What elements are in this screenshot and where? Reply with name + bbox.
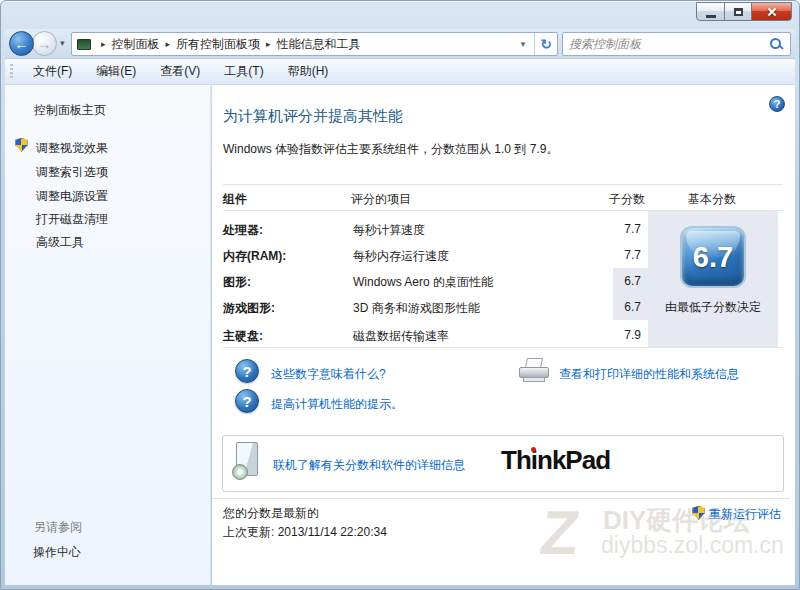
menu-bar: 文件(F) 编辑(E) 查看(V) 工具(T) 帮助(H) (5, 59, 795, 85)
row-rated-item: 每秒内存运行速度 (353, 248, 449, 265)
base-score-badge: 6.7 (680, 226, 746, 288)
search-icon[interactable] (769, 37, 784, 52)
address-dropdown-icon[interactable]: ▼ (512, 40, 534, 49)
forward-arrow-icon: → (38, 36, 52, 52)
link-view-print-details[interactable]: 查看和打印详细的性能和系统信息 (559, 366, 739, 383)
question-icon[interactable]: ? (235, 389, 259, 413)
link-what-numbers-mean[interactable]: 这些数字意味着什么? (271, 366, 386, 383)
page-title: 为计算机评分并提高其性能 (223, 107, 403, 126)
breadcrumb-separator-icon: ▸ (95, 39, 112, 49)
column-header-subscore: 子分数 (609, 191, 645, 208)
link-improve-performance-tips[interactable]: 提高计算机性能的提示。 (271, 396, 403, 413)
close-icon (766, 6, 778, 18)
back-button[interactable]: ← (9, 31, 34, 56)
row-subscore: 7.9 (597, 328, 641, 342)
sidebar-item-adjust-visual-effects[interactable]: 调整视觉效果 (36, 140, 108, 157)
row-component: 图形: (223, 274, 251, 291)
base-score-note: 由最低子分数决定 (663, 299, 763, 316)
divider (212, 498, 790, 499)
software-box-icon (232, 442, 260, 482)
score-status: 您的分数是最新的 (223, 505, 319, 522)
row-component: 处理器: (223, 222, 263, 239)
sidebar (5, 85, 211, 585)
sidebar-item-adjust-indexing-options[interactable]: 调整索引选项 (36, 164, 108, 181)
divider (223, 184, 783, 185)
row-subscore: 6.7 (597, 300, 641, 314)
breadcrumb-all-items[interactable]: 所有控制面板项 (176, 36, 260, 53)
row-rated-item: Windows Aero 的桌面性能 (353, 274, 493, 291)
printer-icon (519, 358, 549, 384)
sidebar-item-open-disk-cleanup[interactable]: 打开磁盘清理 (36, 211, 108, 228)
base-score-value: 6.7 (693, 241, 733, 274)
see-also-header: 另请参阅 (34, 519, 82, 536)
breadcrumb-separator-icon: ▸ (160, 39, 177, 49)
navigation-bar: ← → ▾ ▸ 控制面板 ▸ 所有控制面板项 ▸ 性能信息和工具 ▼ ↻ 搜索控… (5, 29, 795, 59)
column-header-rated-item: 评分的项目 (351, 191, 411, 208)
location-icon (77, 39, 91, 50)
thinkpad-logo: ThinkPad (501, 445, 610, 476)
forward-button[interactable]: → (32, 31, 57, 56)
row-rated-item: 磁盘数据传输速率 (353, 328, 449, 345)
column-header-component: 组件 (223, 191, 247, 208)
column-header-base-score: 基本分数 (688, 191, 736, 208)
row-subscore: 6.7 (597, 274, 641, 288)
menu-view[interactable]: 查看(V) (148, 60, 212, 83)
breadcrumb-separator-icon: ▸ (260, 39, 277, 49)
breadcrumb-control-panel[interactable]: 控制面板 (112, 36, 160, 53)
close-button[interactable] (751, 2, 792, 21)
row-component: 主硬盘: (223, 328, 263, 345)
maximize-button[interactable] (724, 2, 752, 21)
divider (223, 347, 783, 348)
page-description: Windows 体验指数评估主要系统组件，分数范围从 1.0 到 7.9。 (223, 141, 558, 158)
search-placeholder: 搜索控制面板 (569, 36, 769, 53)
refresh-button[interactable]: ↻ (535, 36, 557, 52)
minimize-icon (706, 15, 716, 18)
search-input[interactable]: 搜索控制面板 (562, 32, 791, 56)
sidebar-item-control-panel-home[interactable]: 控制面板主页 (34, 102, 106, 119)
performance-info-window: ← → ▾ ▸ 控制面板 ▸ 所有控制面板项 ▸ 性能信息和工具 ▼ ↻ 搜索控… (0, 0, 800, 590)
row-subscore: 7.7 (597, 222, 641, 236)
link-learn-online[interactable]: 联机了解有关分数和软件的详细信息 (273, 457, 465, 474)
breadcrumb-performance-tools[interactable]: 性能信息和工具 (277, 36, 361, 53)
row-component: 内存(RAM): (223, 248, 286, 265)
row-component: 游戏图形: (223, 300, 275, 317)
menu-file[interactable]: 文件(F) (21, 60, 84, 83)
menu-help[interactable]: 帮助(H) (276, 60, 341, 83)
help-icon[interactable]: ? (769, 96, 785, 112)
sidebar-item-action-center[interactable]: 操作中心 (33, 544, 81, 561)
row-subscore: 7.7 (597, 248, 641, 262)
link-rerun-assessment[interactable]: 重新运行评估 (709, 506, 781, 523)
menu-edit[interactable]: 编辑(E) (84, 60, 148, 83)
recent-pages-dropdown[interactable]: ▾ (60, 38, 65, 48)
row-rated-item: 每秒计算速度 (353, 222, 425, 239)
back-arrow-icon: ← (15, 36, 29, 52)
minimize-button[interactable] (696, 2, 725, 21)
address-bar[interactable]: ▸ 控制面板 ▸ 所有控制面板项 ▸ 性能信息和工具 ▼ ↻ (71, 32, 558, 56)
sidebar-item-adjust-power-settings[interactable]: 调整电源设置 (36, 188, 108, 205)
row-rated-item: 3D 商务和游戏图形性能 (353, 300, 480, 317)
menu-tools[interactable]: 工具(T) (212, 60, 275, 83)
maximize-icon (734, 8, 743, 16)
sidebar-item-advanced-tools[interactable]: 高级工具 (36, 234, 84, 251)
last-updated: 上次更新: 2013/11/14 22:20:34 (223, 524, 387, 541)
question-icon[interactable]: ? (235, 359, 259, 383)
